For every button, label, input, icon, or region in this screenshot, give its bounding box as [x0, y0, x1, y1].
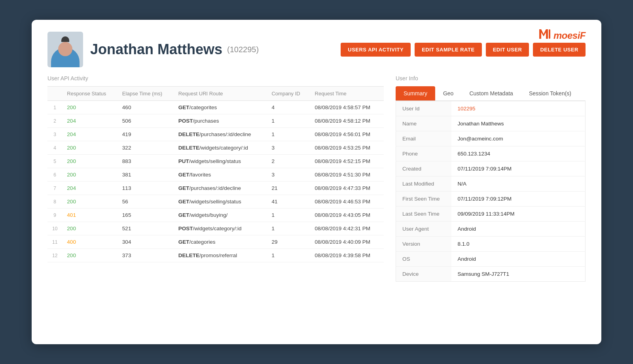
row-status: 200 [62, 168, 118, 182]
table-row[interactable]: 9 401 165 GET/widgets/buying/ 1 08/08/20… [47, 209, 384, 222]
row-time: 08/08/2019 4:58:12 PM [310, 114, 384, 128]
tab-geo[interactable]: Geo [435, 86, 461, 100]
info-label: Version [396, 237, 451, 252]
row-company: 21 [267, 182, 310, 195]
info-row: Name Jonathan Matthews [396, 116, 586, 131]
row-elapse: 56 [118, 195, 174, 209]
info-label: Created [396, 161, 451, 176]
table-row[interactable]: 2 204 506 POST/purchases 1 08/08/2019 4:… [47, 114, 384, 128]
table-row[interactable]: 1 200 460 GET/categorites 4 08/08/2019 4… [47, 101, 384, 114]
row-status: 200 [62, 155, 118, 168]
users-api-activity-button[interactable]: USERS API ACTIVITY [341, 43, 411, 57]
info-row: Last Seen Time 09/09/2019 11:33:14PM [396, 207, 586, 222]
row-company: 3 [267, 168, 310, 182]
info-label: Device [396, 267, 451, 282]
col-company: Company ID [267, 87, 310, 101]
info-row: Email Jon@acmeinc.com [396, 131, 586, 146]
row-status: 200 [62, 249, 118, 262]
table-row[interactable]: 12 200 373 DELETE/promos/referral 1 08/0… [47, 249, 384, 262]
row-status: 204 [62, 114, 118, 128]
row-elapse: 113 [118, 182, 174, 195]
info-label: User Agent [396, 222, 451, 237]
info-value: 07/11/2019 7:09:12PM [451, 191, 586, 207]
info-value: Samsung SM-J727T1 [451, 267, 586, 282]
row-route: DELETE/widgets/category/:id [174, 141, 267, 155]
table-row[interactable]: 5 200 883 PUT/widgets/selling/status 2 0… [47, 155, 384, 168]
info-value: 102295 [451, 101, 586, 116]
row-time: 08/08/2019 4:40:09 PM [310, 235, 384, 249]
info-row: User Agent Android [396, 222, 586, 237]
tab-session-tokens[interactable]: Session Token(s) [521, 86, 579, 100]
col-num [47, 87, 62, 101]
info-row: Phone 650.123.1234 [396, 146, 586, 161]
row-elapse: 419 [118, 128, 174, 141]
info-value: Jon@acmeinc.com [451, 131, 586, 146]
logo-icon [538, 28, 551, 42]
info-value: 07/11/2019 7:09:14PM [451, 161, 586, 176]
row-num: 5 [47, 155, 62, 168]
table-row[interactable]: 8 200 56 GET/widgets/selling/status 41 0… [47, 195, 384, 209]
row-elapse: 381 [118, 168, 174, 182]
svg-rect-0 [549, 29, 550, 39]
user-info-tabs: Summary Geo Custom Metadata Session Toke… [396, 86, 586, 101]
page-header: Jonathan Matthews (102295) USERS API ACT… [47, 32, 586, 67]
row-status: 200 [62, 101, 118, 114]
table-row[interactable]: 10 200 521 POST/widgets/category/:id 1 0… [47, 222, 384, 235]
table-row[interactable]: 11 400 304 GET/categories 29 08/08/2019 … [47, 235, 384, 249]
user-info-header: Jonathan Matthews (102295) [47, 32, 259, 67]
row-company: 29 [267, 235, 310, 249]
main-card: moesiF Jonathan Matthews (102295) [32, 20, 601, 344]
row-route: GET/favorites [174, 168, 267, 182]
row-company: 41 [267, 195, 310, 209]
user-title-block: Jonathan Matthews (102295) [90, 41, 259, 58]
row-status: 200 [62, 141, 118, 155]
tab-summary[interactable]: Summary [396, 86, 435, 100]
row-elapse: 304 [118, 235, 174, 249]
row-elapse: 460 [118, 101, 174, 114]
row-time: 08/08/2019 4:52:15 PM [310, 155, 384, 168]
row-route: DELETE/promos/referral [174, 249, 267, 262]
row-elapse: 165 [118, 209, 174, 222]
row-elapse: 322 [118, 141, 174, 155]
edit-user-button[interactable]: EDIT USER [486, 43, 529, 57]
table-row[interactable]: 3 204 419 DELETE/purchases/:id/decline 1… [47, 128, 384, 141]
table-row[interactable]: 6 200 381 GET/favorites 3 08/08/2019 4:5… [47, 168, 384, 182]
row-route: POST/purchases [174, 114, 267, 128]
activity-section-title: User API Activity [47, 75, 384, 82]
row-company: 1 [267, 222, 310, 235]
logo-text: moesiF [553, 30, 586, 41]
delete-user-button[interactable]: DELETE USER [533, 43, 586, 57]
row-time: 08/08/2019 4:39:58 PM [310, 249, 384, 262]
user-id-label: (102295) [227, 45, 259, 54]
info-label: Last Modified [396, 176, 451, 191]
info-value: 09/09/2019 11:33:14PM [451, 207, 586, 222]
row-route: GET/categories [174, 235, 267, 249]
activity-table: Response Status Elapse Time (ms) Request… [47, 86, 384, 262]
row-num: 10 [47, 222, 62, 235]
left-panel: User API Activity Response Status Elapse… [47, 75, 384, 282]
edit-sample-rate-button[interactable]: EDIT SAMPLE RATE [415, 43, 481, 57]
row-num: 12 [47, 249, 62, 262]
info-row: First Seen Time 07/11/2019 7:09:12PM [396, 191, 586, 207]
table-row[interactable]: 7 204 113 GET/purchases/:id/decline 21 0… [47, 182, 384, 195]
row-time: 08/08/2019 4:51:30 PM [310, 168, 384, 182]
col-time: Request Time [310, 87, 384, 101]
row-route: GET/categorites [174, 101, 267, 114]
row-elapse: 373 [118, 249, 174, 262]
info-value: Jonathan Matthews [451, 116, 586, 131]
tab-custom-metadata[interactable]: Custom Metadata [461, 86, 521, 100]
row-time: 08/08/2019 4:47:33 PM [310, 182, 384, 195]
row-company: 1 [267, 209, 310, 222]
row-route: PUT/widgets/selling/status [174, 155, 267, 168]
info-label: Name [396, 116, 451, 131]
row-time: 08/08/2019 4:56:01 PM [310, 128, 384, 141]
row-status: 400 [62, 235, 118, 249]
row-status: 200 [62, 222, 118, 235]
row-route: DELETE/purchases/:id/decline [174, 128, 267, 141]
info-label: User Id [396, 101, 451, 116]
col-route: Request URI Route [174, 87, 267, 101]
table-row[interactable]: 4 200 322 DELETE/widgets/category/:id 3 … [47, 141, 384, 155]
row-company: 2 [267, 155, 310, 168]
row-time: 08/08/2019 4:43:05 PM [310, 209, 384, 222]
row-route: GET/purchases/:id/decline [174, 182, 267, 195]
